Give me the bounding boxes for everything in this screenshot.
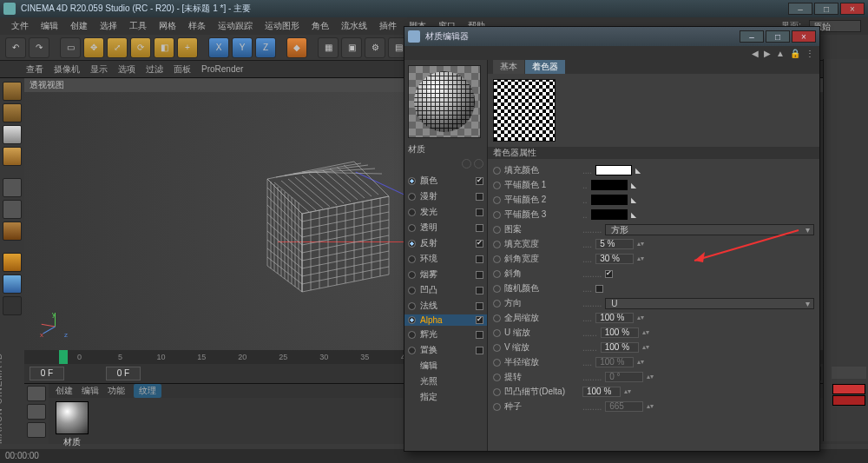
preview-mode-1-icon[interactable]: [462, 159, 471, 169]
viewport-solo-button[interactable]: [3, 296, 22, 315]
nav-up-button[interactable]: ▲: [776, 49, 785, 58]
mat-tab-function[interactable]: 功能: [108, 385, 125, 397]
render-region-button[interactable]: ▣: [341, 37, 362, 58]
direction-select[interactable]: U: [605, 298, 814, 309]
nav-back-button[interactable]: ◀: [752, 49, 759, 58]
color-swatch-1[interactable]: [832, 384, 865, 394]
global-scale-field[interactable]: 100 %: [595, 313, 634, 323]
channel-luminance[interactable]: 发光: [408, 205, 483, 219]
tile1-swatch[interactable]: [591, 180, 628, 190]
vp-camera[interactable]: 摄像机: [54, 63, 80, 76]
menu-select[interactable]: 选择: [95, 18, 122, 34]
fill-color-swatch[interactable]: [595, 165, 632, 175]
menu-create[interactable]: 创建: [66, 18, 92, 34]
coord-system-button[interactable]: ◆: [286, 37, 307, 58]
tile3-swatch[interactable]: [591, 209, 628, 220]
shader-preview[interactable]: [493, 79, 556, 142]
brush-icon[interactable]: [832, 367, 866, 379]
material-preview[interactable]: [408, 65, 481, 138]
current-frame-field[interactable]: 0 F: [106, 367, 141, 380]
channel-reflection[interactable]: 反射: [408, 236, 483, 250]
select-tool[interactable]: ▭: [60, 37, 81, 58]
tab-basic[interactable]: 基本: [493, 60, 524, 74]
x-axis-toggle[interactable]: X: [208, 37, 229, 58]
channel-glow[interactable]: 辉光: [408, 327, 483, 341]
menu-mograph[interactable]: 运动图形: [260, 18, 304, 34]
color-swatch-2[interactable]: [832, 395, 865, 406]
menu-spline[interactable]: 样条: [184, 18, 210, 34]
channel-alpha[interactable]: Alpha: [404, 314, 487, 326]
model-mode-button[interactable]: [3, 82, 22, 101]
nav-menu-button[interactable]: ⋮: [806, 49, 814, 58]
menu-file[interactable]: 文件: [7, 18, 33, 34]
move-tool[interactable]: ✥: [83, 37, 104, 58]
channel-environment[interactable]: 环境: [408, 252, 483, 266]
vp-prorender[interactable]: ProRender: [201, 64, 243, 74]
menu-mesh[interactable]: 网格: [155, 18, 181, 34]
preview-mode-2-icon[interactable]: [474, 159, 483, 169]
dialog-close-button[interactable]: ×: [792, 30, 816, 43]
channel-transparency[interactable]: 透明: [408, 221, 483, 235]
polygon-mode-button[interactable]: [3, 222, 22, 241]
vp-panel[interactable]: 面板: [174, 63, 191, 76]
texture-mode-button[interactable]: [3, 125, 22, 144]
channel-color[interactable]: 颜色: [408, 174, 483, 188]
workplane-button[interactable]: [3, 147, 22, 166]
menu-tools[interactable]: 工具: [125, 18, 151, 34]
window-minimize-button[interactable]: –: [788, 3, 812, 15]
menu-pipeline[interactable]: 流水线: [337, 18, 372, 34]
mat-tab-texture[interactable]: 纹理: [134, 384, 161, 398]
window-close-button[interactable]: ×: [840, 3, 865, 15]
menu-plugins[interactable]: 插件: [375, 18, 401, 34]
channel-assign[interactable]: 指定: [408, 390, 483, 404]
pattern-select[interactable]: 方形: [605, 224, 814, 235]
mat-filter-button[interactable]: [27, 422, 46, 438]
menu-edit[interactable]: 编辑: [36, 18, 62, 34]
vp-display[interactable]: 显示: [90, 63, 108, 76]
mat-tab-create[interactable]: 创建: [56, 385, 73, 397]
last-tool[interactable]: ◧: [154, 37, 174, 58]
channel-editor[interactable]: 编辑: [408, 359, 483, 373]
nav-forward-button[interactable]: ▶: [764, 49, 771, 58]
menu-character[interactable]: 角色: [307, 18, 333, 34]
channel-illumination[interactable]: 光照: [408, 374, 483, 388]
bevel-checkbox[interactable]: [605, 270, 613, 278]
locked-tool[interactable]: +: [177, 37, 198, 58]
color-picker-icon[interactable]: ◣: [635, 167, 642, 174]
playhead-icon[interactable]: [59, 350, 68, 364]
z-axis-toggle[interactable]: Z: [255, 37, 276, 58]
channel-displacement[interactable]: 置换: [408, 343, 483, 357]
render-settings-button[interactable]: ⚙: [365, 37, 385, 58]
material-thumbnail[interactable]: 材质: [52, 401, 92, 448]
vp-options[interactable]: 选项: [118, 63, 135, 76]
tile2-swatch[interactable]: [591, 195, 628, 205]
twist-field[interactable]: 0 °: [605, 372, 643, 382]
mat-lock-button[interactable]: [27, 404, 46, 420]
menu-motiontracking[interactable]: 运动跟踪: [214, 18, 257, 34]
radius-scale-field[interactable]: 100 %: [595, 357, 634, 367]
seed-field[interactable]: 665: [605, 401, 643, 412]
tweak-mode-button[interactable]: [3, 274, 22, 294]
undo-button[interactable]: ↶: [5, 37, 26, 58]
tab-shader[interactable]: 着色器: [525, 60, 565, 74]
channel-bump[interactable]: 凹凸: [408, 283, 483, 297]
mat-tab-edit[interactable]: 编辑: [82, 385, 99, 397]
vp-view[interactable]: 查看: [26, 63, 43, 76]
tile-width-field[interactable]: 5 %: [595, 239, 634, 249]
dialog-titlebar[interactable]: 材质编辑器 – □ ×: [404, 27, 819, 46]
redo-button[interactable]: ↷: [29, 37, 49, 58]
start-frame-field[interactable]: 0 F: [30, 367, 64, 380]
random-color-checkbox[interactable]: [595, 285, 603, 293]
dialog-maximize-button[interactable]: □: [766, 30, 790, 43]
mat-layout-button[interactable]: [27, 386, 46, 401]
scale-tool[interactable]: ⤢: [107, 37, 128, 58]
channel-fog[interactable]: 烟雾: [408, 268, 483, 281]
edge-mode-button[interactable]: [3, 200, 22, 219]
v-scale-field[interactable]: 100 %: [601, 342, 639, 353]
bevel-width-field[interactable]: 30 %: [595, 254, 634, 264]
render-view-button[interactable]: ▦: [318, 37, 339, 58]
object-mode-button[interactable]: [3, 103, 22, 122]
channel-normal[interactable]: 法线: [408, 299, 483, 313]
rotate-tool[interactable]: ⟳: [130, 37, 151, 58]
channel-diffuse[interactable]: 漫射: [408, 189, 483, 203]
